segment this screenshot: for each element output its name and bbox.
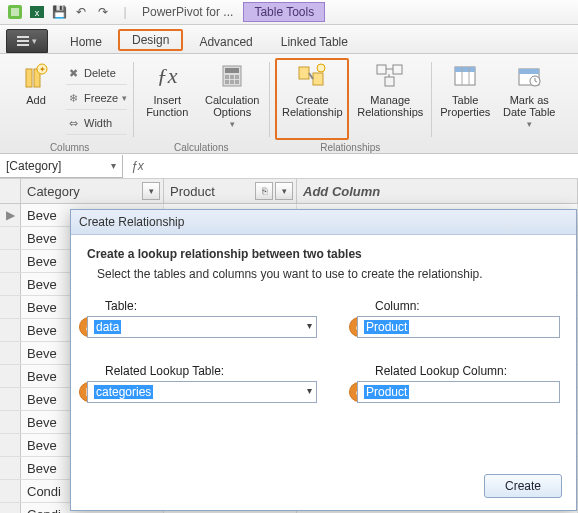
create-relationship-button[interactable]: Create Relationship — [275, 58, 349, 140]
svg-rect-16 — [299, 67, 309, 79]
freeze-column-button[interactable]: ❄Freeze ▾ — [66, 87, 127, 110]
row-header[interactable] — [0, 388, 21, 410]
redo-icon[interactable]: ↷ — [94, 3, 112, 21]
ribbon-tabs: ▾ Home Design Advanced Linked Table — [0, 25, 578, 54]
manage-rel-icon — [374, 62, 406, 90]
group-properties: Table Properties Mark as Date Table ▾ — [431, 58, 565, 153]
row-header[interactable] — [0, 457, 21, 479]
create-relationship-dialog: Create Relationship Create a lookup rela… — [70, 209, 577, 511]
mark-date-table-button[interactable]: Mark as Date Table ▾ — [499, 58, 559, 140]
row-header[interactable] — [0, 434, 21, 456]
formula-bar: [Category] ▾ ƒx — [0, 154, 578, 179]
group-label-calculations: Calculations — [174, 140, 228, 153]
calc-icon — [216, 62, 248, 90]
tab-linked-table[interactable]: Linked Table — [267, 31, 362, 53]
ribbon: ✦ Add ✖Delete ❄Freeze ▾ ⇔Width Columns ƒ… — [0, 54, 578, 154]
excel-icon: x — [28, 3, 46, 21]
corner-cell — [0, 179, 21, 203]
tab-home[interactable]: Home — [56, 31, 116, 53]
chevron-down-icon[interactable]: ▾ — [307, 320, 312, 331]
row-header[interactable] — [0, 503, 21, 513]
group-label-relationships: Relationships — [320, 140, 380, 153]
app-icon — [6, 3, 24, 21]
row-header[interactable] — [0, 250, 21, 272]
tab-design[interactable]: Design — [118, 29, 183, 51]
table-props-icon — [449, 62, 481, 90]
table-properties-button[interactable]: Table Properties — [437, 58, 493, 140]
svg-rect-9 — [225, 68, 239, 73]
create-rel-icon — [296, 62, 328, 90]
tab-advanced[interactable]: Advanced — [185, 31, 266, 53]
row-header[interactable] — [0, 296, 21, 318]
filter-button-category[interactable]: ▾ — [142, 182, 160, 200]
calculation-options-button[interactable]: Calculation Options ▾ — [201, 58, 263, 140]
input-related-table[interactable]: categories ▾ — [87, 381, 317, 403]
file-tab[interactable]: ▾ — [6, 29, 48, 53]
svg-rect-4 — [26, 69, 32, 87]
group-relationships: Create Relationship Manage Relationships… — [269, 58, 431, 153]
chevron-down-icon[interactable]: ▾ — [307, 385, 312, 396]
row-header[interactable] — [0, 227, 21, 249]
input-table[interactable]: data ▾ — [87, 316, 317, 338]
row-header[interactable] — [0, 319, 21, 341]
group-label-columns: Columns — [50, 140, 89, 153]
row-header[interactable] — [0, 273, 21, 295]
input-related-column[interactable]: Product — [357, 381, 560, 403]
title-bar: x 💾 ↶ ↷ | PowerPivot for ... Table Tools — [0, 0, 578, 25]
column-headers: Category ▾ Product ⎘ ▾ Add Column — [0, 179, 578, 204]
svg-rect-13 — [225, 80, 229, 84]
row-header[interactable] — [0, 365, 21, 387]
svg-rect-26 — [455, 67, 475, 72]
delete-column-button[interactable]: ✖Delete — [66, 62, 127, 85]
svg-rect-12 — [235, 75, 239, 79]
input-column[interactable]: Product — [357, 316, 560, 338]
svg-rect-14 — [230, 80, 234, 84]
qat-divider: | — [116, 3, 134, 21]
freeze-icon: ❄ — [66, 92, 80, 105]
create-button[interactable]: Create — [484, 474, 562, 498]
context-tab-label: Table Tools — [243, 2, 325, 22]
add-column-button[interactable]: ✦ Add — [12, 58, 60, 140]
label-related-column: Related Lookup Column: — [357, 364, 560, 378]
svg-text:✦: ✦ — [39, 65, 46, 74]
label-column: Column: — [357, 299, 560, 313]
svg-rect-15 — [235, 80, 239, 84]
name-box[interactable]: [Category] ▾ — [0, 155, 123, 178]
manage-relationships-button[interactable]: Manage Relationships — [355, 58, 425, 140]
svg-rect-22 — [385, 77, 394, 86]
svg-rect-10 — [225, 75, 229, 79]
filter-button-product[interactable]: ▾ — [275, 182, 293, 200]
row-header[interactable] — [0, 411, 21, 433]
dialog-heading: Create a lookup relationship between two… — [87, 247, 560, 261]
fx-icon: ƒx — [151, 62, 183, 90]
svg-text:x: x — [35, 8, 40, 18]
row-header[interactable] — [0, 480, 21, 502]
column-header-category[interactable]: Category ▾ — [21, 179, 164, 203]
svg-rect-11 — [230, 75, 234, 79]
row-header[interactable]: ▶ — [0, 204, 21, 226]
svg-point-19 — [317, 64, 325, 72]
add-icon: ✦ — [20, 62, 52, 90]
group-calculations: ƒx Insert Function Calculation Options ▾… — [133, 58, 269, 153]
svg-rect-21 — [393, 65, 402, 74]
svg-rect-30 — [519, 69, 539, 74]
date-table-icon — [513, 62, 545, 90]
save-icon[interactable]: 💾 — [50, 3, 68, 21]
undo-icon[interactable]: ↶ — [72, 3, 90, 21]
svg-rect-20 — [377, 65, 386, 74]
link-icon[interactable]: ⎘ — [255, 182, 273, 200]
svg-rect-17 — [313, 73, 323, 85]
label-related-table: Related Lookup Table: — [87, 364, 317, 378]
group-columns: ✦ Add ✖Delete ❄Freeze ▾ ⇔Width Columns — [6, 58, 133, 153]
width-button[interactable]: ⇔Width — [66, 112, 127, 135]
row-header[interactable] — [0, 342, 21, 364]
window-title: PowerPivot for ... — [142, 5, 233, 19]
insert-function-button[interactable]: ƒx Insert Function — [139, 58, 195, 140]
chevron-down-icon[interactable]: ▾ — [111, 160, 116, 171]
column-header-add[interactable]: Add Column — [297, 179, 578, 203]
fx-label: ƒx — [123, 159, 152, 173]
dialog-title: Create Relationship — [71, 210, 576, 235]
svg-line-18 — [309, 73, 313, 79]
label-table: Table: — [87, 299, 317, 313]
column-header-product[interactable]: Product ⎘ ▾ — [164, 179, 297, 203]
